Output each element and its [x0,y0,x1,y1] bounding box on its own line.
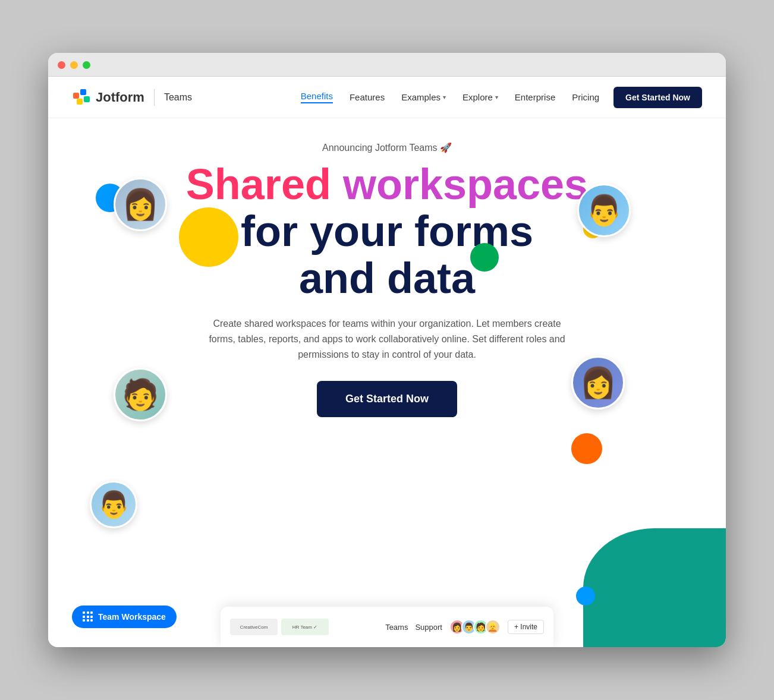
hero-cta-button[interactable]: Get Started Now [317,381,457,417]
toolbar-avatar-group: 👩 👨 🧑 👱 [449,619,501,635]
svg-rect-0 [73,93,79,99]
logo-text: Jotform [96,90,144,105]
bottom-toolbar-preview: CreativeCom HR Team ✓ Teams Support 👩 👨 … [221,607,553,647]
toolbar-logos: CreativeCom HR Team ✓ [230,619,329,635]
examples-chevron-icon: ▾ [443,94,446,100]
logo-link[interactable]: Jotform [72,88,144,107]
teal-curve-decoration [583,528,726,647]
nav-link-pricing[interactable]: Pricing [572,92,599,102]
page-content: Jotform Teams Benefits Features Examples… [48,77,726,647]
word-workspaces: workspaces [343,160,588,208]
hero-section: 👩 👨 🧑 👩 👨 Announcing Jotform Teams 🚀 [48,118,726,582]
nav-link-examples[interactable]: Examples ▾ [401,92,446,102]
browser-chrome [48,53,726,77]
nav-link-enterprise[interactable]: Enterprise [515,92,555,102]
nav-cta-button[interactable]: Get Started Now [613,87,702,108]
nav-link-explore[interactable]: Explore ▾ [462,92,498,102]
word-shared: Shared [186,160,331,208]
close-button[interactable] [58,61,65,69]
avatar-person-1: 👩 [114,178,167,231]
hero-title-line3: and data [72,255,702,302]
minimize-button[interactable] [70,61,78,69]
team-workspace-pill[interactable]: Team Workspace [72,606,177,628]
nav-link-benefits[interactable]: Benefits [301,91,333,103]
announce-text: Announcing Jotform Teams 🚀 [72,142,702,153]
toolbar-right: Teams Support 👩 👨 🧑 👱 + Invite [385,619,544,635]
hero-description: Create shared workspaces for teams withi… [203,316,571,362]
deco-circle-orange [571,433,602,464]
nav-link-features[interactable]: Features [350,92,385,102]
toolbar-logo-2: HR Team ✓ [281,619,329,635]
avatar-person-2: 👨 [577,184,631,237]
avatar-person-5: 👨 [90,481,137,528]
nav-divider [154,89,155,106]
deco-circle-yellow [179,207,238,267]
traffic-lights [58,61,716,69]
nav-teams-label: Teams [164,92,192,103]
toolbar-avatar-4: 👱 [485,619,501,635]
browser-window: Jotform Teams Benefits Features Examples… [48,53,726,647]
avatar-person-3: 🧑 [114,368,167,421]
blue-dot-decoration [576,587,595,606]
navbar: Jotform Teams Benefits Features Examples… [48,77,726,118]
svg-rect-1 [80,89,86,95]
invite-button[interactable]: + Invite [508,620,544,634]
toolbar-support-link[interactable]: Support [415,623,442,632]
explore-chevron-icon: ▾ [495,94,498,100]
nav-links: Benefits Features Examples ▾ Explore ▾ E… [301,91,599,103]
jotform-logo-icon [72,88,91,107]
svg-rect-3 [84,96,90,102]
deco-circle-green [470,243,499,272]
maximize-button[interactable] [83,61,90,69]
svg-rect-2 [77,99,83,105]
toolbar-teams-link[interactable]: Teams [385,623,408,632]
avatar-person-4: 👩 [571,356,625,409]
toolbar-logo-1: CreativeCom [230,619,278,635]
team-workspace-label: Team Workspace [98,612,166,622]
grid-dots-icon [83,611,93,622]
